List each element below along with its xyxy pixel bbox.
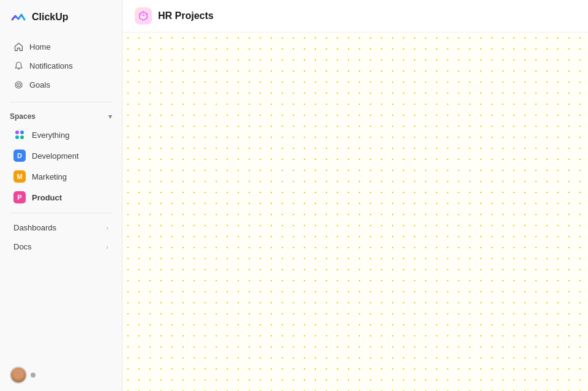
notifications-label: Notifications <box>29 61 73 70</box>
avatar <box>10 366 27 384</box>
main-content: HR Projects <box>123 0 588 391</box>
home-label: Home <box>29 42 51 51</box>
clickup-logo-icon <box>10 9 27 26</box>
dotted-background <box>123 32 588 391</box>
goals-label: Goals <box>29 80 50 89</box>
dashboards-label: Dashboards <box>13 223 56 232</box>
status-dot <box>31 373 36 378</box>
sidebar-item-home[interactable]: Home <box>4 37 118 56</box>
hr-projects-icon <box>135 7 152 25</box>
svg-point-6 <box>20 135 24 139</box>
svg-point-3 <box>15 131 19 134</box>
dashboards-left: Dashboards <box>13 223 56 232</box>
divider-1 <box>10 102 112 102</box>
main-header: HR Projects <box>123 0 588 32</box>
logo[interactable]: ClickUp <box>0 0 122 34</box>
chevron-down-icon: ▾ <box>108 113 112 121</box>
divider-2 <box>10 213 112 213</box>
main-nav: Home Notifications Goals <box>0 34 122 97</box>
product-label: Product <box>32 193 62 202</box>
product-avatar: P <box>13 191 26 203</box>
sidebar-item-product[interactable]: P Product <box>4 188 118 207</box>
spaces-header[interactable]: Spaces ▾ <box>0 107 122 124</box>
spaces-label: Spaces <box>10 112 36 121</box>
svg-point-5 <box>15 135 19 139</box>
sidebar-item-goals[interactable]: Goals <box>4 75 118 94</box>
everything-label: Everything <box>32 131 69 140</box>
chevron-right-icon: › <box>106 224 108 232</box>
sidebar-item-development[interactable]: D Development <box>4 146 118 165</box>
chevron-right-icon-docs: › <box>106 243 108 251</box>
sidebar-item-everything[interactable]: Everything <box>4 125 118 145</box>
marketing-label: Marketing <box>32 172 67 181</box>
sidebar-item-docs[interactable]: Docs › <box>4 238 118 256</box>
avatar-face <box>11 368 26 382</box>
avatar-group <box>10 366 27 384</box>
everything-dots-icon <box>13 129 26 141</box>
svg-point-4 <box>20 131 24 134</box>
sidebar: ClickUp Home Notifications <box>0 0 123 391</box>
sidebar-item-marketing[interactable]: M Marketing <box>4 167 118 186</box>
app-name: ClickUp <box>32 12 69 23</box>
development-label: Development <box>32 151 79 161</box>
marketing-avatar: M <box>13 170 26 183</box>
development-avatar: D <box>13 150 26 162</box>
sidebar-item-dashboards[interactable]: Dashboards › <box>4 219 118 237</box>
bell-icon <box>13 61 23 70</box>
avatar-inner <box>11 368 26 382</box>
sidebar-item-notifications[interactable]: Notifications <box>4 56 118 75</box>
docs-left: Docs <box>13 242 32 251</box>
svg-point-2 <box>18 84 19 85</box>
goals-icon <box>13 80 23 89</box>
page-title: HR Projects <box>158 10 214 21</box>
home-icon <box>13 42 23 51</box>
docs-label: Docs <box>13 242 32 251</box>
user-area[interactable] <box>0 359 122 391</box>
